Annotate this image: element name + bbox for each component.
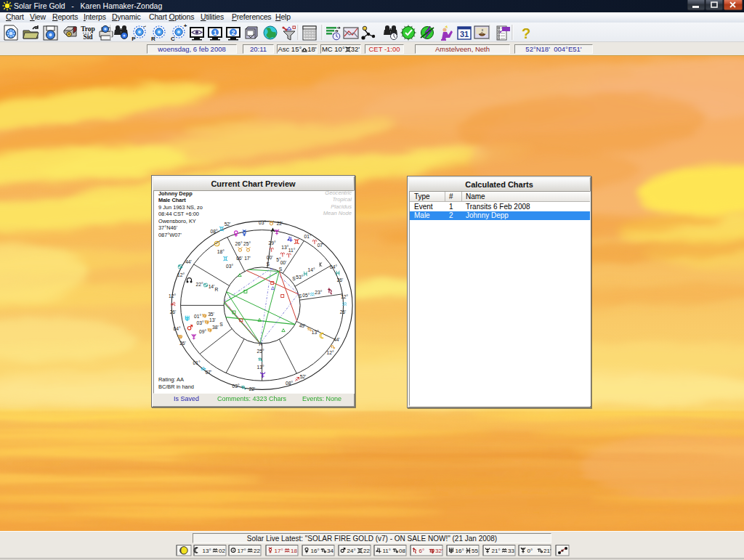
svg-text:Rating: AA: Rating: AA bbox=[158, 376, 184, 383]
svg-text:?: ? bbox=[522, 25, 530, 41]
svg-text:21': 21' bbox=[543, 548, 551, 554]
svg-text:+: + bbox=[184, 23, 187, 29]
svg-text:12°: 12° bbox=[341, 294, 348, 299]
svg-text:S: S bbox=[219, 322, 223, 327]
svg-text:26°: 26° bbox=[235, 241, 242, 246]
svg-text:01°: 01° bbox=[194, 314, 201, 319]
svg-text:14': 14' bbox=[209, 284, 215, 289]
svg-text:Tropical: Tropical bbox=[333, 196, 352, 203]
svg-text:13°: 13° bbox=[257, 365, 264, 370]
svg-text:44': 44' bbox=[185, 259, 192, 264]
svg-text:08:44 CST +6:00: 08:44 CST +6:00 bbox=[158, 211, 199, 217]
svg-text:25°: 25° bbox=[243, 241, 251, 246]
svg-text:12°: 12° bbox=[177, 272, 185, 277]
svg-text:17': 17' bbox=[244, 256, 251, 261]
svg-text:13': 13' bbox=[209, 317, 216, 322]
svg-text:37°N46': 37°N46' bbox=[158, 224, 178, 231]
svg-text:BC/BR in hand: BC/BR in hand bbox=[158, 384, 194, 390]
svg-text:1: 1 bbox=[213, 29, 217, 36]
svg-text:35': 35' bbox=[208, 312, 214, 317]
svg-text:44': 44' bbox=[333, 337, 340, 342]
svg-text:6°: 6° bbox=[419, 548, 425, 554]
svg-text:C: C bbox=[171, 36, 175, 42]
svg-text:02: 02 bbox=[219, 548, 225, 554]
svg-text:Mean Node: Mean Node bbox=[323, 210, 352, 216]
svg-text:55: 55 bbox=[472, 548, 478, 554]
svg-text:18°: 18° bbox=[217, 249, 225, 254]
svg-text:12°: 12° bbox=[326, 350, 333, 355]
svg-text:21°: 21° bbox=[492, 548, 501, 554]
svg-text:12°: 12° bbox=[169, 293, 176, 299]
svg-text:49': 49' bbox=[299, 323, 306, 328]
svg-text:S: S bbox=[266, 261, 270, 267]
svg-text:22: 22 bbox=[254, 548, 260, 554]
svg-text:00': 00' bbox=[267, 255, 273, 260]
svg-text:38': 38' bbox=[212, 325, 219, 330]
svg-text:11°: 11° bbox=[288, 248, 296, 253]
svg-text:Male Chart: Male Chart bbox=[158, 197, 186, 203]
svg-text:08°: 08° bbox=[286, 381, 293, 386]
svg-text:07': 07' bbox=[318, 243, 324, 248]
svg-text:Placidus: Placidus bbox=[331, 203, 352, 210]
svg-text:29°: 29° bbox=[269, 240, 276, 245]
svg-text:16°: 16° bbox=[311, 548, 320, 554]
svg-text:31: 31 bbox=[460, 30, 469, 38]
svg-text:52': 52' bbox=[225, 222, 231, 227]
svg-text:22: 22 bbox=[363, 548, 370, 554]
svg-text:23°: 23° bbox=[315, 290, 322, 295]
svg-text:04°: 04° bbox=[173, 326, 180, 331]
svg-text:18: 18 bbox=[291, 548, 297, 554]
svg-text:9 Jun 1963 NS, zo: 9 Jun 1963 NS, zo bbox=[158, 204, 203, 211]
svg-text:17°: 17° bbox=[275, 548, 283, 554]
svg-text:13°: 13° bbox=[203, 548, 211, 554]
svg-text:04°: 04° bbox=[330, 264, 337, 269]
svg-text:Sid: Sid bbox=[83, 33, 93, 41]
svg-text:S: S bbox=[299, 293, 302, 299]
svg-text:26': 26' bbox=[179, 341, 186, 346]
svg-text:09°: 09° bbox=[199, 329, 206, 334]
svg-text:26': 26' bbox=[337, 277, 344, 283]
svg-text:08: 08 bbox=[399, 548, 405, 554]
svg-text:Johnny Depp: Johnny Depp bbox=[158, 191, 193, 197]
svg-text:087°W07': 087°W07' bbox=[158, 232, 182, 238]
svg-text:17°: 17° bbox=[238, 548, 246, 554]
svg-text:01°: 01° bbox=[304, 234, 311, 239]
svg-text:Owensboro, KY: Owensboro, KY bbox=[158, 218, 196, 224]
svg-text:01°: 01° bbox=[193, 360, 200, 365]
svg-text:R: R bbox=[151, 36, 155, 42]
svg-text:26': 26' bbox=[170, 309, 177, 315]
svg-text:22': 22' bbox=[277, 221, 283, 226]
svg-text:03°: 03° bbox=[232, 384, 239, 389]
svg-text:11°: 11° bbox=[383, 548, 392, 554]
svg-text:14°: 14° bbox=[307, 267, 315, 272]
svg-text:08°: 08° bbox=[210, 229, 217, 234]
svg-text:34: 34 bbox=[327, 548, 333, 554]
svg-text:03°: 03° bbox=[196, 320, 203, 325]
svg-text:00': 00' bbox=[280, 260, 287, 265]
svg-text:26': 26' bbox=[340, 309, 347, 315]
svg-text:25°: 25° bbox=[257, 349, 264, 354]
svg-text:R: R bbox=[215, 287, 219, 292]
svg-text:06': 06' bbox=[236, 256, 243, 261]
svg-text:22': 22' bbox=[249, 386, 256, 391]
svg-text:32': 32' bbox=[435, 548, 443, 554]
svg-text:P: P bbox=[132, 36, 136, 42]
svg-text:03°: 03° bbox=[226, 264, 233, 269]
svg-text:53°: 53° bbox=[296, 275, 303, 280]
svg-text:0°: 0° bbox=[527, 548, 533, 554]
svg-text:22°: 22° bbox=[195, 282, 203, 287]
svg-text:24°: 24° bbox=[347, 548, 356, 554]
svg-text:13°: 13° bbox=[312, 330, 319, 335]
svg-text:2: 2 bbox=[231, 29, 235, 36]
svg-text:Trop: Trop bbox=[81, 25, 95, 33]
svg-text:S: S bbox=[279, 267, 283, 272]
svg-text:Geocentric: Geocentric bbox=[325, 191, 352, 196]
svg-text:07': 07' bbox=[206, 370, 212, 375]
svg-text:52': 52' bbox=[300, 374, 307, 379]
svg-text:05°: 05° bbox=[302, 293, 310, 298]
svg-text:16°: 16° bbox=[456, 548, 464, 554]
svg-text:03°: 03° bbox=[259, 220, 266, 225]
svg-text:33: 33 bbox=[508, 548, 514, 554]
